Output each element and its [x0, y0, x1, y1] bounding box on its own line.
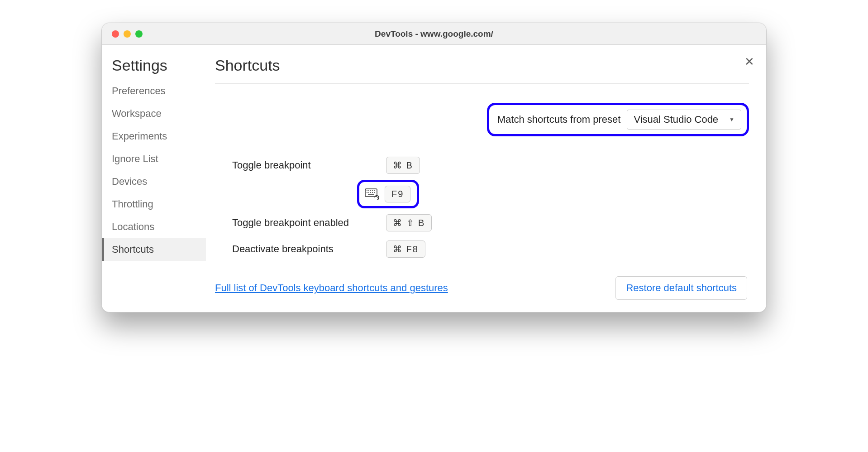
preset-row: Match shortcuts from preset Visual Studi…	[215, 103, 749, 136]
key-chip: ⌘ B	[386, 157, 420, 174]
f9-highlight: F9	[357, 180, 419, 208]
key-area: ⌘ ⇧ B	[386, 214, 432, 231]
shortcut-label: Toggle breakpoint enabled	[232, 217, 386, 229]
footer-row: Full list of DevTools keyboard shortcuts…	[215, 276, 749, 300]
sidebar-item-experiments[interactable]: Experiments	[102, 125, 206, 148]
shortcut-list: Toggle breakpoint ⌘ B	[232, 154, 749, 264]
minimize-window-button[interactable]	[124, 30, 131, 38]
close-window-button[interactable]	[112, 30, 119, 38]
shortcut-label: Deactivate breakpoints	[232, 243, 386, 255]
window-controls	[102, 30, 143, 38]
sidebar-item-preferences[interactable]: Preferences	[102, 80, 206, 102]
key-area: ⌘ B	[386, 157, 420, 174]
shortcut-row: F9	[232, 180, 749, 208]
page-title: Shortcuts	[215, 57, 749, 84]
maximize-window-button[interactable]	[135, 30, 143, 38]
preset-label: Match shortcuts from preset	[497, 114, 621, 125]
titlebar: DevTools - www.google.com/	[102, 23, 766, 45]
sidebar-item-throttling[interactable]: Throttling	[102, 193, 206, 216]
key-chip: ⌘ F8	[386, 240, 425, 258]
full-list-link[interactable]: Full list of DevTools keyboard shortcuts…	[215, 282, 448, 294]
shortcut-row: Toggle breakpoint enabled ⌘ ⇧ B	[232, 211, 749, 235]
sidebar-item-workspace[interactable]: Workspace	[102, 102, 206, 125]
keyboard-reset-icon[interactable]	[365, 188, 379, 200]
preset-select-value: Visual Studio Code	[634, 114, 718, 125]
shortcut-row: Toggle breakpoint ⌘ B	[232, 154, 749, 177]
settings-window: DevTools - www.google.com/ ✕ Settings Pr…	[101, 23, 767, 313]
key-area: ⌘ F8	[386, 240, 425, 258]
sidebar-item-devices[interactable]: Devices	[102, 170, 206, 193]
shortcut-label: Toggle breakpoint	[232, 159, 386, 171]
sidebar-heading: Settings	[102, 57, 206, 80]
preset-highlight: Match shortcuts from preset Visual Studi…	[487, 103, 749, 136]
shortcut-row: Deactivate breakpoints ⌘ F8	[232, 237, 749, 261]
chevron-down-icon: ▼	[729, 116, 734, 123]
window-title: DevTools - www.google.com/	[102, 29, 766, 39]
restore-default-button[interactable]: Restore default shortcuts	[615, 276, 747, 300]
sidebar: Settings Preferences Workspace Experimen…	[102, 54, 206, 312]
sidebar-item-locations[interactable]: Locations	[102, 216, 206, 238]
key-area: F9	[386, 180, 419, 208]
content-pane: Shortcuts Match shortcuts from preset Vi…	[206, 54, 766, 312]
sidebar-item-ignore-list[interactable]: Ignore List	[102, 148, 206, 170]
preset-select[interactable]: Visual Studio Code ▼	[627, 110, 741, 130]
sidebar-item-shortcuts[interactable]: Shortcuts	[102, 238, 206, 261]
key-chip: ⌘ ⇧ B	[386, 214, 432, 231]
key-chip: F9	[385, 186, 410, 202]
settings-body: Settings Preferences Workspace Experimen…	[102, 45, 766, 312]
